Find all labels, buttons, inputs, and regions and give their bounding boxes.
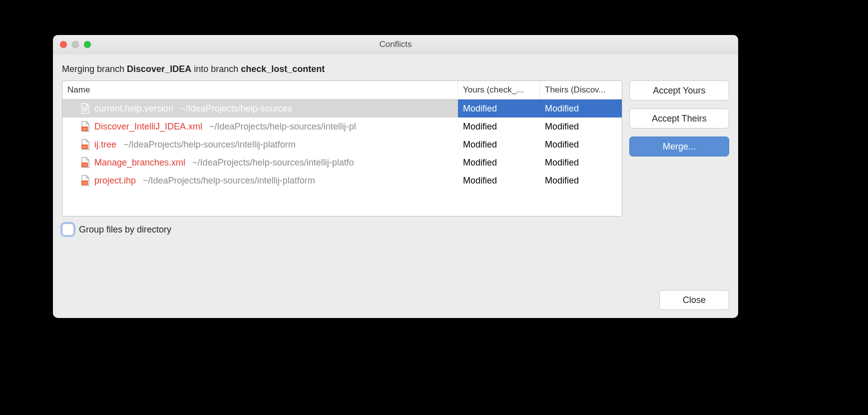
close-button[interactable]: Close xyxy=(659,290,729,310)
table-row[interactable]: <> Discover_IntelliJ_IDEA.xml~/IdeaProje… xyxy=(62,118,622,136)
file-xml-icon: <> xyxy=(80,175,90,186)
cell-yours: Modified xyxy=(458,154,540,172)
table-row[interactable]: current.help.version~/IdeaProjects/help-… xyxy=(62,100,622,118)
file-xml-icon: <> xyxy=(80,157,90,168)
cell-theirs: Modified xyxy=(540,118,622,136)
close-window-icon[interactable] xyxy=(60,41,67,48)
main-row: Name Yours (check_... Theirs (Discov... … xyxy=(62,80,729,216)
conflicts-table: Name Yours (check_... Theirs (Discov... … xyxy=(62,80,622,216)
conflicts-dialog: Conflicts Merging branch Discover_IDEA i… xyxy=(53,35,738,318)
svg-text:<>: <> xyxy=(82,181,86,184)
cell-name: <> Discover_IntelliJ_IDEA.xml~/IdeaProje… xyxy=(62,118,458,136)
file-name: ij.tree xyxy=(94,140,116,150)
cell-yours: Modified xyxy=(458,118,540,136)
accept-yours-button[interactable]: Accept Yours xyxy=(629,80,729,100)
file-path: ~/IdeaProjects/help-sources/intellij-pla… xyxy=(143,176,315,186)
cell-yours: Modified xyxy=(458,172,540,190)
group-by-directory-row[interactable]: Group files by directory xyxy=(62,224,729,236)
titlebar: Conflicts xyxy=(53,35,738,54)
file-path: ~/IdeaProjects/help-sources/intellij-pla… xyxy=(192,158,354,168)
group-by-directory-label: Group files by directory xyxy=(79,224,171,235)
svg-rect-1 xyxy=(83,109,88,110)
cell-yours: Modified xyxy=(458,100,540,118)
cell-yours: Modified xyxy=(458,136,540,154)
cell-theirs: Modified xyxy=(540,136,622,154)
col-header-name[interactable]: Name xyxy=(62,81,458,100)
action-buttons: Accept Yours Accept Theirs Merge... xyxy=(629,80,729,216)
file-xml-icon: <> xyxy=(80,121,90,132)
heading-to-branch: check_lost_content xyxy=(241,64,325,74)
file-path: ~/IdeaProjects/help-sources xyxy=(180,104,292,114)
cell-name: <> project.ihp~/IdeaProjects/help-source… xyxy=(62,172,458,190)
col-header-yours[interactable]: Yours (check_... xyxy=(458,81,540,100)
window-title: Conflicts xyxy=(53,40,738,50)
heading-prefix: Merging branch xyxy=(62,64,127,74)
merge-button[interactable]: Merge... xyxy=(629,136,729,156)
svg-rect-0 xyxy=(83,108,88,108)
merge-heading: Merging branch Discover_IDEA into branch… xyxy=(62,64,729,74)
heading-from-branch: Discover_IDEA xyxy=(127,64,191,74)
zoom-window-icon[interactable] xyxy=(84,41,91,48)
cell-name: <> ij.tree~/IdeaProjects/help-sources/in… xyxy=(62,136,458,154)
table-header: Name Yours (check_... Theirs (Discov... xyxy=(62,81,622,100)
file-name: Manage_branches.xml xyxy=(94,158,185,168)
cell-name: current.help.version~/IdeaProjects/help-… xyxy=(62,100,458,118)
dialog-footer: Close xyxy=(62,290,729,310)
file-name: current.help.version xyxy=(94,104,173,114)
svg-text:<>: <> xyxy=(82,145,86,148)
cell-name: <> Manage_branches.xml~/IdeaProjects/hel… xyxy=(62,154,458,172)
minimize-window-icon xyxy=(72,41,79,48)
group-by-directory-checkbox[interactable] xyxy=(62,224,74,236)
dialog-content: Merging branch Discover_IDEA into branch… xyxy=(53,54,738,318)
file-xml-icon: <> xyxy=(80,139,90,150)
file-name: project.ihp xyxy=(94,176,136,186)
file-path: ~/IdeaProjects/help-sources/intellij-pl xyxy=(209,122,356,132)
svg-text:<>: <> xyxy=(82,163,86,166)
table-row[interactable]: <> ij.tree~/IdeaProjects/help-sources/in… xyxy=(62,136,622,154)
col-header-theirs[interactable]: Theirs (Discov... xyxy=(540,81,622,100)
accept-theirs-button[interactable]: Accept Theirs xyxy=(629,108,729,128)
file-text-icon xyxy=(80,103,90,114)
cell-theirs: Modified xyxy=(540,100,622,118)
table-body: current.help.version~/IdeaProjects/help-… xyxy=(62,100,622,216)
table-row[interactable]: <> Manage_branches.xml~/IdeaProjects/hel… xyxy=(62,154,622,172)
svg-text:<>: <> xyxy=(82,127,86,130)
file-path: ~/IdeaProjects/help-sources/intellij-pla… xyxy=(123,140,296,150)
table-row[interactable]: <> project.ihp~/IdeaProjects/help-source… xyxy=(62,172,622,190)
svg-rect-2 xyxy=(83,110,86,111)
window-controls xyxy=(53,41,91,48)
heading-middle: into branch xyxy=(191,64,241,74)
cell-theirs: Modified xyxy=(540,154,622,172)
file-name: Discover_IntelliJ_IDEA.xml xyxy=(94,122,202,132)
cell-theirs: Modified xyxy=(540,172,622,190)
